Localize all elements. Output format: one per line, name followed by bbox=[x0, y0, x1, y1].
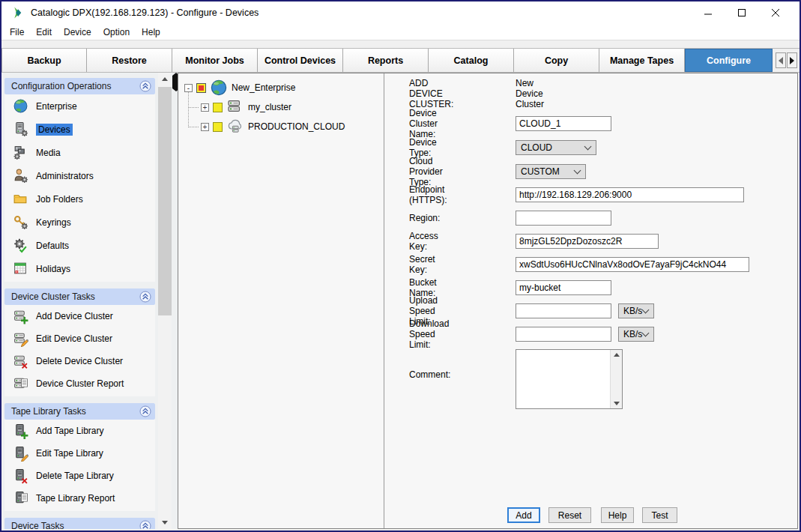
download-speed-limit-input[interactable] bbox=[516, 327, 611, 342]
scrollbar-thumb[interactable] bbox=[158, 87, 172, 315]
section-header-device-tasks[interactable]: Device Tasks bbox=[4, 518, 155, 529]
tree-checkbox-yellow[interactable] bbox=[213, 122, 223, 132]
sidebar-item-label: Delete Device Cluster bbox=[36, 356, 123, 366]
tab-copy[interactable]: Copy bbox=[514, 49, 599, 72]
collapse-icon[interactable] bbox=[139, 291, 151, 303]
section-header-configuration-operations[interactable]: Configuration Operations bbox=[4, 78, 155, 94]
sidebar-item-add-tape-library[interactable]: Add Tape Library bbox=[4, 420, 155, 442]
tabbar-spacer bbox=[1, 41, 800, 48]
menu-option[interactable]: Option bbox=[97, 25, 136, 40]
upload-speed-limit-input[interactable] bbox=[516, 303, 611, 318]
comment-scrollbar[interactable] bbox=[610, 350, 622, 408]
tree-expand-toggle[interactable]: + bbox=[201, 123, 209, 131]
sidebar-item-tape-library-report[interactable]: Tape Library Report bbox=[4, 487, 155, 510]
sidebar-item-devices[interactable]: Devices bbox=[4, 118, 155, 141]
arrow-down-icon bbox=[162, 521, 168, 525]
reset-button[interactable]: Reset bbox=[548, 507, 591, 523]
access-key-label: Access Key: bbox=[409, 231, 438, 252]
maximize-button[interactable] bbox=[725, 2, 758, 23]
sidebar-item-edit-device-cluster[interactable]: Edit Device Cluster bbox=[4, 327, 155, 350]
sidebar-item-add-device-cluster[interactable]: Add Device Cluster bbox=[4, 305, 155, 327]
tree-item-production-cloud[interactable]: + PRODUCTION_CLOUD bbox=[201, 118, 345, 135]
endpoint-input[interactable] bbox=[516, 187, 744, 202]
add-button[interactable]: Add bbox=[507, 507, 540, 523]
menu-edit[interactable]: Edit bbox=[30, 25, 58, 40]
tree-connector bbox=[188, 91, 189, 127]
tree-checkbox-red[interactable] bbox=[196, 83, 206, 93]
collapse-icon[interactable] bbox=[139, 80, 151, 92]
collapse-icon[interactable] bbox=[139, 520, 151, 529]
tab-manage-tapes[interactable]: Manage Tapes bbox=[599, 49, 685, 72]
tab-configure[interactable]: Configure bbox=[685, 49, 773, 72]
tree-item-my-cluster[interactable]: + my_cluster bbox=[201, 99, 291, 115]
tab-monitor-jobs[interactable]: Monitor Jobs bbox=[172, 49, 258, 72]
sidebar-item-keyrings[interactable]: Keyrings bbox=[4, 211, 155, 234]
server-delete-icon bbox=[13, 354, 28, 369]
section-device-cluster-tasks: Device Cluster Tasks Add Device Cluster … bbox=[4, 288, 155, 396]
keyrings-icon bbox=[13, 214, 28, 230]
bucket-name-input[interactable] bbox=[516, 280, 611, 295]
download-speed-limit-label: Download Speed Limit: bbox=[409, 318, 449, 350]
close-button[interactable] bbox=[758, 2, 792, 23]
tab-scroll-left-button[interactable] bbox=[776, 52, 786, 68]
sidebar-item-enterprise[interactable]: Enterprise bbox=[4, 94, 155, 118]
section-header-tape-library-tasks[interactable]: Tape Library Tasks bbox=[4, 403, 155, 420]
section-configuration-operations: Configuration Operations Enterprise Devi… bbox=[4, 78, 155, 282]
secret-key-input[interactable] bbox=[516, 257, 749, 272]
download-speed-unit-dropdown[interactable]: KB/s bbox=[618, 327, 654, 342]
device-type-dropdown[interactable]: CLOUD bbox=[516, 140, 596, 155]
tab-reports[interactable]: Reports bbox=[343, 49, 429, 72]
tree-checkbox-yellow[interactable] bbox=[213, 103, 223, 112]
tape-edit-icon bbox=[13, 446, 28, 462]
menu-help[interactable]: Help bbox=[136, 25, 166, 40]
chevron-down-icon bbox=[574, 166, 581, 174]
scrollbar-down-button[interactable] bbox=[158, 516, 172, 529]
sidebar-item-label: Administrators bbox=[36, 171, 94, 181]
sidebar-item-label: Device Cluster Report bbox=[36, 378, 124, 389]
chevron-down-icon bbox=[584, 142, 592, 150]
sidebar-item-defaults[interactable]: Defaults bbox=[4, 234, 155, 257]
tree-item-label: my_cluster bbox=[248, 102, 291, 112]
sidebar-item-administrators[interactable]: Administrators bbox=[4, 164, 155, 187]
window-title: Catalogic DPX(192.168.129.123) - Configu… bbox=[31, 7, 259, 18]
comment-textarea[interactable] bbox=[516, 350, 610, 408]
tab-control-devices[interactable]: Control Devices bbox=[258, 49, 343, 72]
scrollbar-up-button[interactable] bbox=[158, 73, 172, 85]
region-input[interactable] bbox=[516, 211, 611, 226]
test-button[interactable]: Test bbox=[642, 507, 677, 523]
sidebar-item-media[interactable]: Media bbox=[4, 141, 155, 164]
tab-catalog[interactable]: Catalog bbox=[429, 49, 514, 72]
sidebar-scrollbar[interactable] bbox=[158, 73, 172, 529]
sidebar-item-delete-tape-library[interactable]: Delete Tape Library bbox=[4, 465, 155, 487]
tab-scroll-right-button[interactable] bbox=[787, 52, 797, 68]
sidebar-item-label: Holidays bbox=[36, 264, 70, 274]
section-title: Tape Library Tasks bbox=[11, 406, 86, 417]
upload-speed-unit-dropdown[interactable]: KB/s bbox=[618, 303, 654, 318]
help-button[interactable]: Help bbox=[601, 507, 634, 523]
media-icon bbox=[13, 145, 28, 160]
sidebar-item-device-cluster-report[interactable]: Device Cluster Report bbox=[4, 372, 155, 395]
menu-file[interactable]: File bbox=[4, 25, 30, 40]
minimize-button[interactable] bbox=[691, 2, 725, 23]
access-key-input[interactable] bbox=[516, 234, 659, 249]
tape-add-icon bbox=[13, 423, 28, 439]
sidebar-item-delete-device-cluster[interactable]: Delete Device Cluster bbox=[4, 350, 155, 372]
tree-item-new-enterprise[interactable]: - New_Enterprise bbox=[184, 79, 295, 96]
sidebar-item-job-folders[interactable]: Job Folders bbox=[4, 187, 155, 211]
arrow-up-icon[interactable] bbox=[614, 353, 620, 357]
server-add-icon bbox=[13, 309, 28, 324]
tab-backup[interactable]: Backup bbox=[1, 49, 87, 72]
section-header-device-cluster-tasks[interactable]: Device Cluster Tasks bbox=[4, 288, 155, 305]
sidebar-item-edit-tape-library[interactable]: Edit Tape Library bbox=[4, 442, 155, 465]
sidebar-item-label: Keyrings bbox=[36, 217, 71, 228]
sidebar-item-holidays[interactable]: Holidays bbox=[4, 257, 155, 280]
collapse-icon[interactable] bbox=[139, 405, 151, 417]
arrow-down-icon[interactable] bbox=[614, 402, 620, 405]
device-cluster-name-input[interactable] bbox=[516, 116, 611, 131]
folder-icon bbox=[13, 191, 28, 207]
menu-device[interactable]: Device bbox=[58, 25, 97, 40]
tab-restore[interactable]: Restore bbox=[87, 49, 172, 72]
tree-collapse-toggle[interactable]: - bbox=[184, 84, 193, 92]
tree-expand-toggle[interactable]: + bbox=[201, 103, 209, 112]
cloud-provider-type-dropdown[interactable]: CUSTOM bbox=[516, 164, 586, 179]
